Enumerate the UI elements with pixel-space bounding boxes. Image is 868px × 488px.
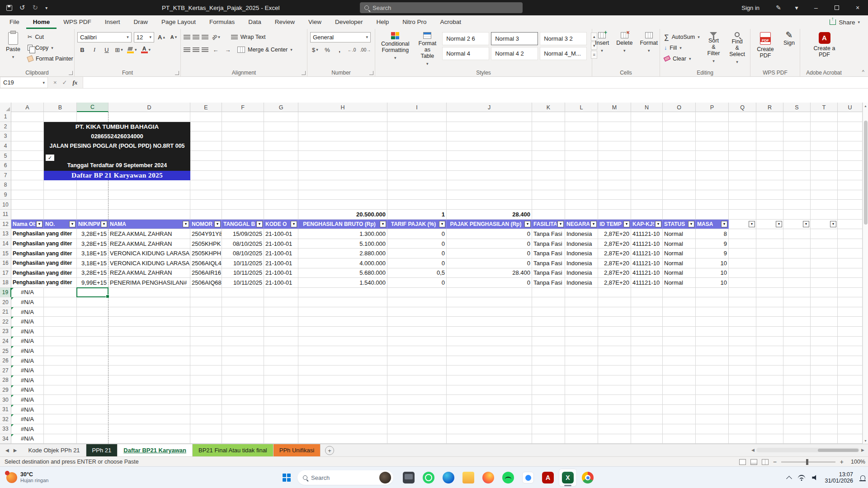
wrap-text-button[interactable]: Wrap Text <box>230 33 267 42</box>
cell-K23[interactable] <box>532 327 565 337</box>
cell-C23[interactable] <box>77 327 108 337</box>
increase-decimal-button[interactable]: ←.0 <box>347 45 357 55</box>
cell-O6[interactable] <box>663 161 696 171</box>
cell-I21[interactable] <box>387 307 447 317</box>
cell-L4[interactable] <box>565 141 598 151</box>
cell-F16[interactable]: 10/11/2025 <box>222 258 264 268</box>
cell-S13[interactable] <box>783 229 811 239</box>
cell-G13[interactable]: 21-100-01 <box>264 229 298 239</box>
cell-P23[interactable] <box>696 327 729 337</box>
cell-style-normal-2-6[interactable]: Normal 2 6 <box>442 32 489 45</box>
cell-E34[interactable] <box>190 434 222 444</box>
decrease-decimal-button[interactable]: .00→ <box>359 45 372 55</box>
ribbon-tab-help[interactable]: Help <box>370 15 396 29</box>
cell-I22[interactable] <box>387 317 447 327</box>
cell-D21[interactable] <box>108 307 190 317</box>
cell-F12[interactable]: TANGGAL B▾ <box>222 220 264 230</box>
cell-J2[interactable] <box>447 122 532 132</box>
cell-A6[interactable] <box>11 161 44 171</box>
cell-Q8[interactable] <box>729 180 756 190</box>
cell-O29[interactable] <box>663 385 696 395</box>
cell-E6[interactable] <box>190 161 222 171</box>
cell-R15[interactable] <box>756 249 783 258</box>
cell-T23[interactable] <box>811 327 838 337</box>
row-header-16[interactable]: 16 <box>0 258 11 268</box>
cell-G18[interactable]: 21-100-01 <box>264 278 298 288</box>
cell-H13[interactable]: 1.300.000 <box>298 229 387 239</box>
underline-button[interactable]: U <box>102 45 112 55</box>
copy-button[interactable]: Copy▾ <box>26 43 75 52</box>
cell-C20[interactable] <box>77 297 108 307</box>
cell-Q23[interactable] <box>729 327 756 337</box>
row-header-4[interactable]: 4 <box>0 141 11 151</box>
cell-S34[interactable] <box>783 434 811 444</box>
cell-B21[interactable] <box>44 307 77 317</box>
start-button[interactable] <box>278 470 295 485</box>
cell-F23[interactable] <box>222 327 264 337</box>
cell-I16[interactable]: 0 <box>387 258 447 268</box>
cell-Q15[interactable] <box>729 249 756 258</box>
cell-O19[interactable] <box>663 288 696 298</box>
cell-P34[interactable] <box>696 434 729 444</box>
cell-D13[interactable]: REZA AKMAL ZAHRAN <box>108 229 190 239</box>
format-painter-button[interactable]: Format Painter <box>26 54 75 63</box>
horizontal-scrollbar[interactable]: ◀ ▶ <box>751 446 864 454</box>
cell-H7[interactable] <box>298 171 387 181</box>
desktop-taskbar-icon[interactable] <box>400 469 418 487</box>
column-header-G[interactable]: G <box>264 103 298 112</box>
cell-A26[interactable]: #N/A <box>11 356 44 366</box>
filter-button-A[interactable]: ▾ <box>36 221 42 227</box>
cell-R8[interactable] <box>756 180 783 190</box>
cell-E21[interactable] <box>190 307 222 317</box>
cell-C26[interactable] <box>77 356 108 366</box>
font-size-select[interactable]: 12▾ <box>134 32 154 42</box>
cell-L21[interactable] <box>565 307 598 317</box>
sheet-nav-left-icon[interactable]: ◀ <box>5 448 9 453</box>
cell-Q19[interactable] <box>729 288 756 298</box>
cell-U10[interactable] <box>838 200 863 210</box>
edge-taskbar-icon[interactable] <box>439 469 458 487</box>
cell-S5[interactable] <box>783 151 811 161</box>
cell-G22[interactable] <box>264 317 298 327</box>
cell-U3[interactable] <box>838 131 863 141</box>
cell-H9[interactable] <box>298 190 387 200</box>
hscroll-track[interactable] <box>756 448 859 452</box>
row-header-26[interactable]: 26 <box>0 356 11 366</box>
paste-button[interactable]: Paste ▾ <box>3 31 24 69</box>
cell-H32[interactable] <box>298 414 387 424</box>
cell-L27[interactable] <box>565 366 598 375</box>
cell-B30[interactable] <box>44 395 77 405</box>
cell-T19[interactable] <box>811 288 838 298</box>
cell-H15[interactable]: 2.880.000 <box>298 249 387 258</box>
cell-E11[interactable] <box>190 210 222 220</box>
cell-K1[interactable] <box>532 112 565 122</box>
cell-Q18[interactable] <box>729 278 756 288</box>
formula-input[interactable] <box>83 77 868 88</box>
cell-Q11[interactable] <box>729 210 756 220</box>
cell-E1[interactable] <box>190 112 222 122</box>
filter-button-C[interactable]: ▾ <box>101 221 107 227</box>
cell-C15[interactable]: 3,18E+15 <box>77 249 108 258</box>
cell-U26[interactable] <box>838 356 863 366</box>
cell-C30[interactable] <box>77 395 108 405</box>
cell-O26[interactable] <box>663 356 696 366</box>
cell-A29[interactable]: #N/A <box>11 385 44 395</box>
cell-K12[interactable]: FASILITA▾ <box>532 220 565 230</box>
cell-N27[interactable] <box>631 366 663 375</box>
cell-M19[interactable] <box>598 288 631 298</box>
ribbon-tab-insert[interactable]: Insert <box>98 15 127 29</box>
cell-U30[interactable] <box>838 395 863 405</box>
cell-Q31[interactable] <box>729 405 756 415</box>
save-icon[interactable] <box>6 5 12 11</box>
cell-R2[interactable] <box>756 122 783 132</box>
cell-A9[interactable] <box>11 190 44 200</box>
cell-A19[interactable]: #N/A <box>11 288 44 298</box>
cell-B22[interactable] <box>44 317 77 327</box>
cell-N13[interactable]: 411121-10 <box>631 229 663 239</box>
increase-indent-button[interactable]: → <box>223 45 233 55</box>
column-header-S[interactable]: S <box>783 103 811 112</box>
cell-L19[interactable] <box>565 288 598 298</box>
cell-L13[interactable]: Indonesia <box>565 229 598 239</box>
new-sheet-button[interactable]: + <box>325 446 334 455</box>
cell-N14[interactable]: 411121-10 <box>631 239 663 249</box>
